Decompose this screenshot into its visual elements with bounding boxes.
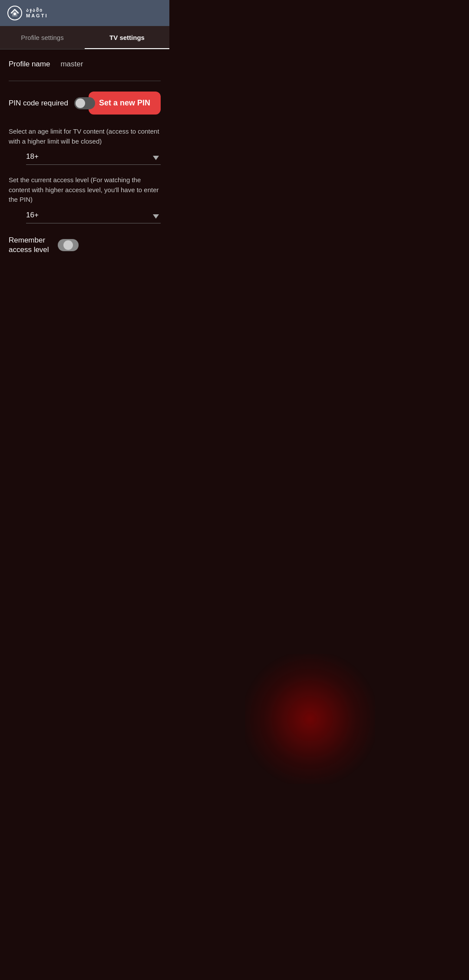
- age-limit-value: 18+: [26, 152, 49, 161]
- pin-row: PIN code required Set a new PIN: [9, 92, 161, 115]
- svg-point-1: [13, 13, 16, 15]
- logo: აჯამი MAGTI: [7, 5, 48, 21]
- remember-access-level-row: Rememberaccess level: [9, 236, 161, 255]
- tab-tv-settings[interactable]: TV settings: [85, 26, 169, 49]
- access-level-value: 16+: [26, 211, 49, 219]
- access-level-section: Set the current access level (For watchi…: [9, 175, 161, 223]
- set-pin-button[interactable]: Set a new PIN: [89, 92, 161, 115]
- pin-toggle[interactable]: [74, 97, 95, 109]
- divider-1: [9, 81, 161, 81]
- profile-name-row: Profile name master: [9, 60, 161, 69]
- tab-bar: Profile settings TV settings: [0, 26, 169, 49]
- profile-name-label: Profile name: [9, 60, 50, 69]
- age-limit-dropdown[interactable]: 18+: [26, 152, 161, 165]
- pin-code-label: PIN code required: [9, 99, 68, 108]
- remember-access-label: Rememberaccess level: [9, 236, 49, 255]
- logo-text: აჯამი MAGTI: [26, 7, 48, 19]
- age-limit-dropdown-arrow: [153, 156, 159, 160]
- pin-left: PIN code required: [9, 97, 89, 109]
- logo-icon: [7, 5, 23, 21]
- profile-settings-content: Profile name master PIN code required Se…: [0, 49, 169, 265]
- app-header: აჯამი MAGTI: [0, 0, 169, 26]
- age-limit-section: Select an age limit for TV content (acce…: [9, 127, 161, 165]
- profile-name-value: master: [60, 60, 83, 69]
- access-level-description: Set the current access level (For watchi…: [9, 175, 161, 205]
- tab-profile-settings[interactable]: Profile settings: [0, 26, 85, 49]
- access-level-dropdown-arrow: [153, 214, 159, 219]
- remember-access-toggle[interactable]: [58, 239, 79, 251]
- access-level-dropdown[interactable]: 16+: [26, 211, 161, 223]
- age-limit-description: Select an age limit for TV content (acce…: [9, 127, 161, 146]
